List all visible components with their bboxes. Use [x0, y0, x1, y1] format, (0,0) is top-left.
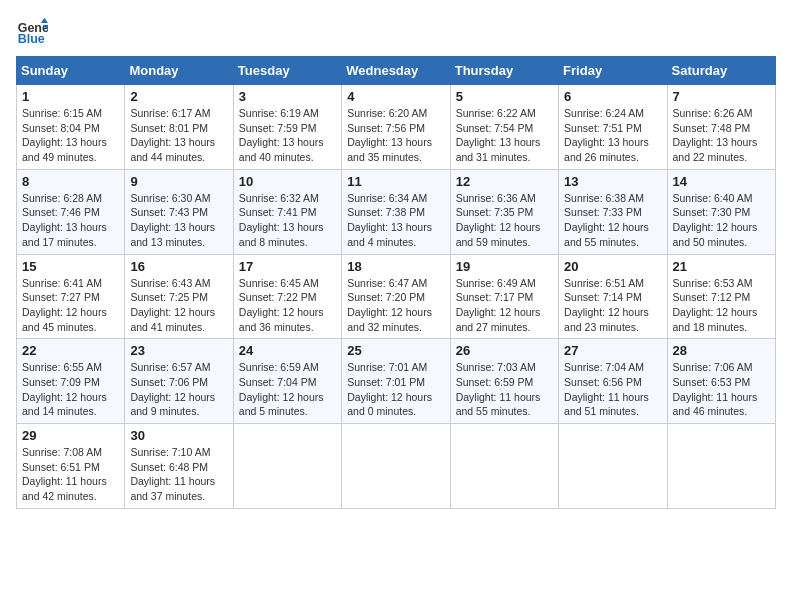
day-info: Sunrise: 6:38 AMSunset: 7:33 PMDaylight:…: [564, 191, 661, 250]
weekday-header-monday: Monday: [125, 57, 233, 85]
day-info: Sunrise: 6:57 AMSunset: 7:06 PMDaylight:…: [130, 360, 227, 419]
calendar-cell: 10Sunrise: 6:32 AMSunset: 7:41 PMDayligh…: [233, 169, 341, 254]
day-info: Sunrise: 6:19 AMSunset: 7:59 PMDaylight:…: [239, 106, 336, 165]
calendar-cell: 4Sunrise: 6:20 AMSunset: 7:56 PMDaylight…: [342, 85, 450, 170]
day-number: 17: [239, 259, 336, 274]
calendar-cell: 15Sunrise: 6:41 AMSunset: 7:27 PMDayligh…: [17, 254, 125, 339]
day-info: Sunrise: 6:41 AMSunset: 7:27 PMDaylight:…: [22, 276, 119, 335]
day-info: Sunrise: 7:04 AMSunset: 6:56 PMDaylight:…: [564, 360, 661, 419]
calendar-cell: 7Sunrise: 6:26 AMSunset: 7:48 PMDaylight…: [667, 85, 775, 170]
calendar-week-row: 22Sunrise: 6:55 AMSunset: 7:09 PMDayligh…: [17, 339, 776, 424]
day-info: Sunrise: 7:06 AMSunset: 6:53 PMDaylight:…: [673, 360, 770, 419]
day-number: 14: [673, 174, 770, 189]
calendar-cell: [667, 424, 775, 509]
day-info: Sunrise: 6:34 AMSunset: 7:38 PMDaylight:…: [347, 191, 444, 250]
calendar-cell: 24Sunrise: 6:59 AMSunset: 7:04 PMDayligh…: [233, 339, 341, 424]
day-info: Sunrise: 6:45 AMSunset: 7:22 PMDaylight:…: [239, 276, 336, 335]
weekday-header-friday: Friday: [559, 57, 667, 85]
day-number: 8: [22, 174, 119, 189]
day-number: 11: [347, 174, 444, 189]
weekday-header-sunday: Sunday: [17, 57, 125, 85]
day-number: 21: [673, 259, 770, 274]
day-info: Sunrise: 6:26 AMSunset: 7:48 PMDaylight:…: [673, 106, 770, 165]
calendar-cell: 26Sunrise: 7:03 AMSunset: 6:59 PMDayligh…: [450, 339, 558, 424]
day-number: 29: [22, 428, 119, 443]
weekday-header-thursday: Thursday: [450, 57, 558, 85]
weekday-header-row: SundayMondayTuesdayWednesdayThursdayFrid…: [17, 57, 776, 85]
day-info: Sunrise: 6:17 AMSunset: 8:01 PMDaylight:…: [130, 106, 227, 165]
calendar-cell: [559, 424, 667, 509]
calendar-cell: 20Sunrise: 6:51 AMSunset: 7:14 PMDayligh…: [559, 254, 667, 339]
weekday-header-wednesday: Wednesday: [342, 57, 450, 85]
day-number: 27: [564, 343, 661, 358]
day-number: 20: [564, 259, 661, 274]
day-info: Sunrise: 7:10 AMSunset: 6:48 PMDaylight:…: [130, 445, 227, 504]
calendar-cell: 25Sunrise: 7:01 AMSunset: 7:01 PMDayligh…: [342, 339, 450, 424]
day-number: 13: [564, 174, 661, 189]
day-info: Sunrise: 6:22 AMSunset: 7:54 PMDaylight:…: [456, 106, 553, 165]
calendar-cell: 11Sunrise: 6:34 AMSunset: 7:38 PMDayligh…: [342, 169, 450, 254]
logo-icon: General Blue: [16, 16, 48, 48]
day-number: 16: [130, 259, 227, 274]
day-number: 10: [239, 174, 336, 189]
calendar-week-row: 15Sunrise: 6:41 AMSunset: 7:27 PMDayligh…: [17, 254, 776, 339]
day-number: 24: [239, 343, 336, 358]
day-info: Sunrise: 6:24 AMSunset: 7:51 PMDaylight:…: [564, 106, 661, 165]
day-number: 25: [347, 343, 444, 358]
day-number: 15: [22, 259, 119, 274]
day-info: Sunrise: 6:36 AMSunset: 7:35 PMDaylight:…: [456, 191, 553, 250]
day-number: 19: [456, 259, 553, 274]
day-info: Sunrise: 6:28 AMSunset: 7:46 PMDaylight:…: [22, 191, 119, 250]
calendar-cell: 27Sunrise: 7:04 AMSunset: 6:56 PMDayligh…: [559, 339, 667, 424]
day-number: 28: [673, 343, 770, 358]
day-number: 7: [673, 89, 770, 104]
logo: General Blue: [16, 16, 52, 48]
day-info: Sunrise: 6:43 AMSunset: 7:25 PMDaylight:…: [130, 276, 227, 335]
day-info: Sunrise: 6:53 AMSunset: 7:12 PMDaylight:…: [673, 276, 770, 335]
day-info: Sunrise: 7:08 AMSunset: 6:51 PMDaylight:…: [22, 445, 119, 504]
calendar-cell: 8Sunrise: 6:28 AMSunset: 7:46 PMDaylight…: [17, 169, 125, 254]
calendar-cell: 28Sunrise: 7:06 AMSunset: 6:53 PMDayligh…: [667, 339, 775, 424]
calendar-cell: [233, 424, 341, 509]
day-info: Sunrise: 6:32 AMSunset: 7:41 PMDaylight:…: [239, 191, 336, 250]
calendar-cell: 16Sunrise: 6:43 AMSunset: 7:25 PMDayligh…: [125, 254, 233, 339]
calendar-week-row: 1Sunrise: 6:15 AMSunset: 8:04 PMDaylight…: [17, 85, 776, 170]
day-number: 30: [130, 428, 227, 443]
weekday-header-tuesday: Tuesday: [233, 57, 341, 85]
svg-text:Blue: Blue: [18, 32, 45, 46]
calendar-cell: 21Sunrise: 6:53 AMSunset: 7:12 PMDayligh…: [667, 254, 775, 339]
day-number: 9: [130, 174, 227, 189]
day-info: Sunrise: 6:20 AMSunset: 7:56 PMDaylight:…: [347, 106, 444, 165]
calendar-cell: 3Sunrise: 6:19 AMSunset: 7:59 PMDaylight…: [233, 85, 341, 170]
calendar-cell: 18Sunrise: 6:47 AMSunset: 7:20 PMDayligh…: [342, 254, 450, 339]
day-number: 26: [456, 343, 553, 358]
day-number: 12: [456, 174, 553, 189]
day-info: Sunrise: 6:30 AMSunset: 7:43 PMDaylight:…: [130, 191, 227, 250]
calendar-cell: 23Sunrise: 6:57 AMSunset: 7:06 PMDayligh…: [125, 339, 233, 424]
day-info: Sunrise: 6:15 AMSunset: 8:04 PMDaylight:…: [22, 106, 119, 165]
day-number: 1: [22, 89, 119, 104]
day-number: 18: [347, 259, 444, 274]
day-number: 2: [130, 89, 227, 104]
calendar-cell: 19Sunrise: 6:49 AMSunset: 7:17 PMDayligh…: [450, 254, 558, 339]
day-info: Sunrise: 6:49 AMSunset: 7:17 PMDaylight:…: [456, 276, 553, 335]
day-info: Sunrise: 6:55 AMSunset: 7:09 PMDaylight:…: [22, 360, 119, 419]
calendar-cell: 9Sunrise: 6:30 AMSunset: 7:43 PMDaylight…: [125, 169, 233, 254]
calendar-week-row: 8Sunrise: 6:28 AMSunset: 7:46 PMDaylight…: [17, 169, 776, 254]
weekday-header-saturday: Saturday: [667, 57, 775, 85]
calendar-cell: 1Sunrise: 6:15 AMSunset: 8:04 PMDaylight…: [17, 85, 125, 170]
calendar-cell: 13Sunrise: 6:38 AMSunset: 7:33 PMDayligh…: [559, 169, 667, 254]
day-info: Sunrise: 6:59 AMSunset: 7:04 PMDaylight:…: [239, 360, 336, 419]
calendar-cell: [450, 424, 558, 509]
calendar-cell: 17Sunrise: 6:45 AMSunset: 7:22 PMDayligh…: [233, 254, 341, 339]
day-info: Sunrise: 6:47 AMSunset: 7:20 PMDaylight:…: [347, 276, 444, 335]
calendar-cell: 29Sunrise: 7:08 AMSunset: 6:51 PMDayligh…: [17, 424, 125, 509]
calendar-cell: 2Sunrise: 6:17 AMSunset: 8:01 PMDaylight…: [125, 85, 233, 170]
calendar-table: SundayMondayTuesdayWednesdayThursdayFrid…: [16, 56, 776, 509]
day-info: Sunrise: 6:40 AMSunset: 7:30 PMDaylight:…: [673, 191, 770, 250]
calendar-cell: 22Sunrise: 6:55 AMSunset: 7:09 PMDayligh…: [17, 339, 125, 424]
day-number: 3: [239, 89, 336, 104]
day-number: 4: [347, 89, 444, 104]
calendar-cell: 30Sunrise: 7:10 AMSunset: 6:48 PMDayligh…: [125, 424, 233, 509]
day-info: Sunrise: 6:51 AMSunset: 7:14 PMDaylight:…: [564, 276, 661, 335]
